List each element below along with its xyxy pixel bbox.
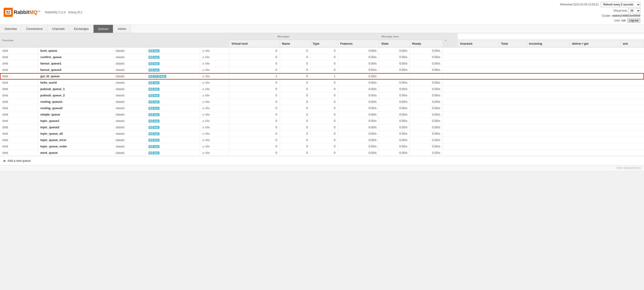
table-row[interactable]: /zhdrouting_queue1classicDArgsidle0000.0…: [0, 99, 644, 105]
cell-unacked: 0: [280, 143, 310, 150]
cell-ready: 0: [229, 99, 280, 105]
cell-ready: 0: [229, 137, 280, 143]
logo-text: RabbitMQTM: [14, 9, 40, 15]
table-row[interactable]: /zhdconfirm_queueclassicDArgsidle0000.00…: [0, 54, 644, 60]
nav-overview[interactable]: Overview: [0, 25, 22, 33]
badge-args: Args: [152, 81, 160, 84]
cell-incoming: 0.00/s: [338, 99, 379, 105]
badge-args: Args: [152, 126, 160, 129]
cell-type: classic: [114, 80, 146, 86]
nav-queues[interactable]: Queues: [94, 25, 114, 33]
logout-button[interactable]: Log out: [627, 18, 640, 23]
cell-vhost: /zhd: [0, 86, 38, 92]
state-icon: [202, 108, 204, 109]
table-row[interactable]: /zhdfanout_queue2classicDArgsidle0000.00…: [0, 67, 644, 73]
nav-channels[interactable]: Channels: [48, 25, 69, 33]
cell-ack: 0.00/s: [410, 137, 442, 143]
cell-name[interactable]: simple_queue: [38, 111, 114, 118]
add-queue-footer[interactable]: ▶ Add a new queue: [0, 156, 644, 165]
cell-ready: 0: [229, 150, 280, 156]
cell-deliver-get: 0.00/s: [379, 92, 410, 99]
cell-name[interactable]: hello_world: [38, 80, 114, 86]
nav-connections[interactable]: Connections: [22, 25, 48, 33]
cell-features: DArgs: [146, 124, 200, 131]
table-row[interactable]: /zhdtopic_queue_errorclassicDArgsidle000…: [0, 137, 644, 143]
cell-incoming: 0.00/s: [338, 105, 379, 111]
table-row[interactable]: /zhdsimple_queueclassicDArgsidle0000.00/…: [0, 111, 644, 118]
table-row[interactable]: /zhdrouting_queue2classicDArgsidle0000.0…: [0, 105, 644, 111]
badge-args: Args: [152, 120, 160, 123]
table-row[interactable]: /zhdwork_queueclassicDArgsidle0000.00/s0…: [0, 150, 644, 156]
cell-name[interactable]: routing_queue2: [38, 105, 114, 111]
cell-name[interactable]: work_queue: [38, 150, 114, 156]
cell-state: idle: [200, 67, 229, 73]
col-incoming: incoming: [526, 40, 570, 47]
badge-args: Args: [152, 101, 160, 103]
table-row[interactable]: /zhdtopic_queue_allclassicDArgsidle0000.…: [0, 131, 644, 137]
badge-d: D: [148, 101, 152, 103]
cell-deliver-get: 0.00/s: [379, 54, 410, 60]
refresh-select[interactable]: No refresh Refresh every 5 seconds Refre…: [601, 2, 640, 7]
cell-unacked: 0: [280, 67, 310, 73]
cluster-label: Cluster: [602, 14, 610, 17]
cell-name[interactable]: topic_queue1: [38, 118, 114, 124]
cell-name[interactable]: pubsub_queue_2: [38, 92, 114, 99]
cell-name[interactable]: confirm_queue: [38, 54, 114, 60]
cell-name[interactable]: pubsub_queue_1: [38, 86, 114, 92]
col-ack: ack: [620, 40, 644, 47]
cell-name[interactable]: boot_queue: [38, 47, 114, 54]
cell-name[interactable]: gui_ttl_queue: [38, 73, 114, 80]
queues-tbody: /zhdboot_queueclassicDArgsidle0000.00/s0…: [0, 47, 644, 156]
table-row[interactable]: /zhdgui_ttl_queueclassicDTTLArgsidle1010…: [0, 73, 644, 80]
table-row[interactable]: /zhdtopic_queue1classicDArgsidle0000.00/…: [0, 118, 644, 124]
state-icon: [202, 50, 204, 52]
cell-total: 0: [310, 131, 338, 137]
cell-name[interactable]: routing_queue1: [38, 99, 114, 105]
col-total: Total: [499, 40, 526, 47]
cell-ready: 0: [229, 124, 280, 131]
cell-name[interactable]: topic_queue_all: [38, 131, 114, 137]
badge-d: D: [148, 81, 152, 84]
cell-name[interactable]: fanout_queue2: [38, 67, 114, 73]
queues-table: Overview Messages Message rates + Virtua…: [0, 33, 644, 156]
col-unacked: Unacked: [458, 40, 499, 47]
col-header-plus: +: [442, 33, 458, 47]
cell-ack: 0.00/s: [410, 92, 442, 99]
erlang-version: Erlang 25.2: [68, 11, 82, 14]
state-icon: [202, 56, 204, 58]
cell-features: DArgs: [146, 54, 200, 60]
table-row[interactable]: /zhdfanout_queue1classicDArgsidle0000.00…: [0, 60, 644, 67]
cell-type: classic: [114, 86, 146, 92]
nav-exchanges[interactable]: Exchanges: [69, 25, 93, 33]
cell-ack: 0.00/s: [410, 150, 442, 156]
cell-name[interactable]: topic_queue2: [38, 124, 114, 131]
cell-ack: 0.00/s: [410, 86, 442, 92]
table-row[interactable]: /zhdhello_worldclassicDArgsidle0000.00/s…: [0, 80, 644, 86]
cell-incoming: 0.20/s: [338, 73, 379, 80]
table-row[interactable]: /zhdpubsub_queue_1classicDArgsidle0000.0…: [0, 86, 644, 92]
cell-state: idle: [200, 47, 229, 54]
state-icon: [202, 114, 204, 116]
virtual-host-select[interactable]: All /zhd: [628, 8, 640, 13]
cell-name[interactable]: fanout_queue1: [38, 60, 114, 67]
cell-vhost: /zhd: [0, 54, 38, 60]
cell-vhost: /zhd: [0, 92, 38, 99]
badge-d: D: [148, 75, 152, 78]
table-row[interactable]: /zhdtopic_queue_orderclassicDArgsidle000…: [0, 143, 644, 150]
cell-unacked: 0: [280, 150, 310, 156]
svg-rect-3: [9, 11, 10, 12]
col-header-vhost: Overview: [0, 33, 38, 47]
cell-ready: 0: [229, 67, 280, 73]
cell-name[interactable]: topic_queue_order: [38, 143, 114, 150]
cell-deliver-get: 0.00/s: [379, 111, 410, 118]
cell-deliver-get: 0.00/s: [379, 118, 410, 124]
table-row[interactable]: /zhdboot_queueclassicDArgsidle0000.00/s0…: [0, 47, 644, 54]
col-virtual-host: Virtual host: [229, 40, 280, 47]
cell-name[interactable]: topic_queue_error: [38, 137, 114, 143]
table-row[interactable]: /zhdtopic_queue2classicDArgsidle0000.00/…: [0, 124, 644, 131]
cell-type: classic: [114, 105, 146, 111]
table-row[interactable]: /zhdpubsub_queue_2classicDArgsidle0000.0…: [0, 92, 644, 99]
cell-total: 0: [310, 124, 338, 131]
nav-admin[interactable]: Admin: [113, 25, 131, 33]
cell-total: 0: [310, 118, 338, 124]
